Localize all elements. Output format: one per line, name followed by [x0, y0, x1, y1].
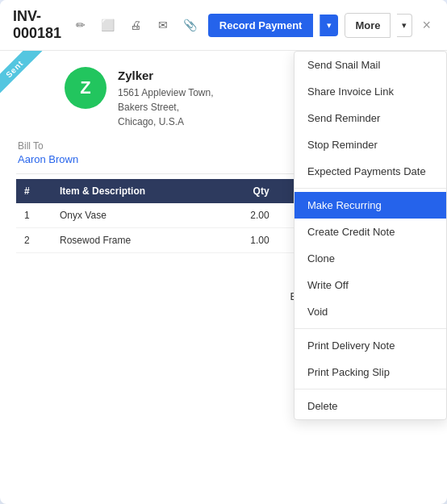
document-icon: ⬜ — [101, 19, 115, 31]
edit-button[interactable]: ✏ — [69, 14, 92, 36]
menu-item-write-off[interactable]: Write Off — [295, 272, 446, 298]
bill-to-name[interactable]: Aaron Brown — [18, 153, 78, 165]
menu-item-expected-payments-date[interactable]: Expected Payments Date — [295, 158, 446, 185]
menu-separator — [295, 188, 446, 189]
menu-item-print-delivery-note[interactable]: Print Delivery Note — [295, 332, 446, 359]
bill-to-section: Bill To Aaron Brown — [18, 140, 78, 165]
document-button[interactable]: ⬜ — [97, 14, 119, 36]
menu-item-send-reminder[interactable]: Send Reminder — [295, 105, 446, 131]
row-qty: 1.00 — [219, 227, 278, 252]
attach-icon: 📎 — [183, 19, 197, 31]
menu-item-stop-reminder[interactable]: Stop Reminder — [295, 131, 446, 158]
bill-to-label: Bill To — [18, 140, 78, 152]
menu-item-send-snail-mail[interactable]: Send Snail Mail — [295, 52, 446, 78]
col-item-header: Item & Description — [52, 179, 219, 203]
menu-item-share-invoice-link[interactable]: Share Invoice Link — [295, 78, 446, 105]
more-button[interactable]: More — [345, 13, 391, 38]
header-icon-group: ✏ ⬜ 🖨 ✉ 📎 — [69, 14, 202, 36]
menu-item-make-recurring[interactable]: Make Recurring — [295, 192, 446, 219]
record-payment-dropdown[interactable]: ▾ — [320, 15, 338, 36]
modal-body: Sent Z Zylker 1561 Appleview Town, Baker… — [0, 51, 447, 504]
close-button[interactable]: × — [419, 17, 434, 34]
company-address-line3: Chicago, U.S.A — [118, 115, 214, 129]
invoice-modal: INV-000181 ✏ ⬜ 🖨 ✉ 📎 Record Payment ▾ Mo… — [0, 0, 447, 504]
menu-item-void[interactable]: Void — [295, 298, 446, 325]
print-icon: 🖨 — [130, 19, 141, 31]
dropdown-arrow-icon: ▾ — [327, 20, 332, 30]
menu-separator — [295, 328, 446, 329]
email-icon: ✉ — [158, 19, 168, 31]
print-button[interactable]: 🖨 — [124, 14, 147, 36]
menu-separator — [295, 389, 446, 389]
email-button[interactable]: ✉ — [152, 14, 174, 36]
menu-item-create-credit-note[interactable]: Create Credit Note — [295, 219, 446, 245]
menu-item-clone[interactable]: Clone — [295, 245, 446, 272]
row-item: Onyx Vase — [52, 203, 219, 228]
more-dropdown-menu: Send Snail MailShare Invoice LinkSend Re… — [294, 51, 447, 420]
company-name: Zylker — [118, 67, 214, 85]
modal-header: INV-000181 ✏ ⬜ 🖨 ✉ 📎 Record Payment ▾ Mo… — [0, 0, 447, 51]
more-dropdown-button[interactable]: ▾ — [397, 14, 412, 37]
company-address-line2: Bakers Street, — [118, 100, 214, 115]
record-payment-button[interactable]: Record Payment — [208, 14, 314, 37]
company-info: Zylker 1561 Appleview Town, Bakers Stree… — [118, 67, 214, 129]
col-num-header: # — [16, 179, 52, 203]
avatar: Z — [65, 67, 107, 109]
menu-item-print-packing-slip[interactable]: Print Packing Slip — [295, 359, 446, 385]
sent-ribbon: Sent — [0, 51, 42, 97]
attach-button[interactable]: 📎 — [179, 14, 202, 36]
more-dropdown-arrow-icon: ▾ — [402, 20, 407, 30]
row-num: 2 — [16, 227, 52, 252]
row-qty: 2.00 — [219, 203, 278, 228]
company-address-line1: 1561 Appleview Town, — [118, 85, 214, 100]
row-num: 1 — [16, 203, 52, 228]
menu-item-delete[interactable]: Delete — [295, 393, 446, 419]
ribbon-wrap: Sent — [0, 51, 65, 115]
edit-icon: ✏ — [76, 19, 86, 31]
row-item: Rosewod Frame — [52, 227, 219, 252]
col-qty-header: Qty — [219, 179, 278, 203]
invoice-number: INV-000181 — [13, 8, 63, 42]
